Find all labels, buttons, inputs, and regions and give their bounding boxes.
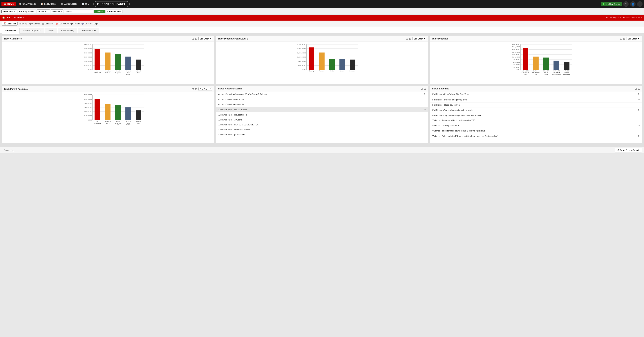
svg-text:£400,000.00: £400,000.00 (298, 65, 306, 66)
search-input[interactable] (64, 10, 93, 13)
svg-rect-30[interactable] (136, 60, 141, 70)
list-item[interactable]: Full Picture - Russ' day search (430, 103, 642, 107)
list-item-refresh-icon[interactable]: ↻ (638, 98, 640, 101)
svg-rect-133[interactable] (136, 110, 141, 120)
widget-expand-icon-2[interactable]: ⊞ (409, 37, 412, 40)
widget-expand-icon[interactable]: ⊞ (195, 37, 197, 40)
list-item[interactable]: Full Picture - Top performing branch by … (430, 107, 642, 113)
tab-dashboard[interactable]: Dashboard (2, 28, 20, 34)
svg-rect-122[interactable] (105, 104, 110, 120)
tab-sales_comparison[interactable]: Sales Comparison (20, 28, 44, 34)
svg-rect-19[interactable] (105, 53, 110, 70)
live-help-label: Live Help Online (605, 3, 620, 5)
list-item-refresh-icon[interactable]: ↻ (424, 93, 426, 96)
enquiry-label: Enquiry: (20, 23, 28, 25)
list-item-refresh-icon[interactable]: ↻ (638, 124, 640, 127)
logout-button[interactable]: → (637, 1, 642, 7)
nav-more[interactable]: 📄 M... (79, 2, 91, 7)
svg-rect-53[interactable] (329, 59, 335, 70)
svg-rect-129[interactable] (126, 107, 131, 120)
list-item[interactable]: Account Search - LONDON CUSTOMER LIST (216, 122, 428, 127)
user-button[interactable]: 👤 (630, 1, 636, 7)
widget-top5customers-title: Top 5 Customers (4, 38, 22, 40)
list-item-refresh-icon[interactable]: ↻ (638, 109, 640, 112)
reset-pods-button[interactable]: ↺ Reset Pods to Default (615, 148, 642, 152)
bar-graph-select-3[interactable]: Bar Graph ▾ (626, 37, 640, 40)
svg-rect-22[interactable] (115, 54, 121, 70)
svg-rect-119[interactable] (94, 99, 100, 120)
list-item[interactable]: Account Search - Housebuilders (216, 112, 428, 117)
filter-full-picture[interactable]: Full Picture (56, 23, 69, 25)
widget-minimize-icon-2[interactable]: ⊟ (406, 37, 408, 40)
list-item[interactable]: Account Search - House Builder↻ (216, 107, 428, 112)
bar-graph-select-4[interactable]: Bar Graph ▾ (198, 87, 212, 91)
list-item[interactable]: Account Search - pr postcode (216, 132, 428, 137)
widget-minimize-icon[interactable]: ⊟ (192, 37, 194, 40)
nav-accounts[interactable]: 🏛 ACCOUNTS (59, 2, 79, 7)
list-item-refresh-icon[interactable]: ↻ (424, 108, 426, 111)
list-item[interactable]: Variance - sales for mike edwards last 3… (430, 128, 642, 133)
svg-rect-87[interactable] (533, 57, 538, 70)
svg-rect-95[interactable] (554, 61, 559, 70)
recently-viewed-button[interactable]: Recently Viewed (18, 10, 36, 13)
list-item[interactable]: Account Search - Jewsons (216, 117, 428, 122)
nav-campaigns[interactable]: 📢 CAMPAIGNS (16, 2, 38, 7)
widget-expand-icon-3[interactable]: ⊞ (623, 37, 626, 40)
nav-enquiries[interactable]: 📋 ENQUIRIES (38, 2, 58, 7)
svg-rect-83[interactable] (523, 48, 528, 70)
list-item[interactable]: Full Picture - Kevin's Start The Day Vie… (430, 92, 642, 97)
list-item-refresh-icon[interactable]: ↻ (638, 93, 640, 96)
widget-controls-3: ⊟ ⊞ Bar Graph ▾ (620, 37, 640, 40)
search-go-button[interactable]: Search (94, 10, 105, 13)
tab-sales_activity[interactable]: Sales Activity (58, 28, 77, 34)
filter-trends[interactable]: Trends (70, 23, 80, 25)
quick-search-button[interactable]: Quick Search (2, 10, 17, 13)
list-item[interactable]: Variance - Accounts falling in building … (430, 118, 642, 123)
svg-rect-51[interactable] (319, 53, 324, 70)
list-item[interactable]: Account Search - Customers With 90 Day A… (216, 92, 428, 97)
search-all-dropdown[interactable]: Search all ▾ (37, 9, 50, 13)
help-button[interactable]: ? (623, 1, 628, 7)
list-item[interactable]: Variance - Sales for Mike Edwards last 3… (430, 133, 642, 139)
list-item[interactable]: Full Picture - Top performing product sa… (430, 113, 642, 118)
widget-minimize-icon-3[interactable]: ⊟ (620, 37, 622, 40)
customer-view-button[interactable]: Customer View (106, 10, 122, 13)
bar-graph-select-2[interactable]: Bar Graph ▾ (412, 37, 426, 40)
svg-rect-55[interactable] (340, 59, 345, 70)
date-filter-button[interactable]: 📅 Date Filter (2, 22, 18, 26)
nav-home[interactable]: 🏠 HOME (2, 2, 16, 7)
filter-variance-plus[interactable]: Variance+ (42, 23, 54, 25)
widget-saved-account-search: Saved Account Search ⊟ ⊞ Account Search … (216, 86, 428, 143)
filter-sales-vs-gaps[interactable]: Sales Vs. Gaps (82, 23, 98, 25)
svg-text:£140,000.00: £140,000.00 (512, 51, 520, 53)
svg-rect-26[interactable] (126, 57, 131, 70)
list-item[interactable]: Account Search - Monday Call Lists (216, 127, 428, 132)
list-item-refresh-icon[interactable]: ↻ (638, 135, 640, 137)
list-item[interactable]: Account Search - Emma's list (216, 97, 428, 102)
svg-rect-99[interactable] (564, 62, 570, 70)
live-help-button[interactable]: Live Help Online (601, 2, 622, 6)
tab-command_post[interactable]: Command Post (78, 28, 99, 34)
filter-variance[interactable]: Variance (29, 23, 40, 25)
svg-rect-49[interactable] (308, 47, 314, 70)
bar-graph-select[interactable]: Bar Graph ▾ (198, 37, 212, 40)
svg-rect-57[interactable] (350, 60, 356, 70)
svg-rect-125[interactable] (115, 105, 121, 120)
widget-minimize-icon-6[interactable]: ⊟ (635, 87, 637, 90)
enquiries-icon: 📋 (40, 3, 43, 5)
chart-area-top5productgroup: £2,400,000.00£2,000,000.00£1,600,000.00£… (216, 42, 428, 84)
tab-target[interactable]: Target (45, 28, 57, 34)
widget-minimize-icon-4[interactable]: ⊟ (192, 88, 194, 91)
list-item[interactable]: Full Picture - Product category by profi… (430, 97, 642, 103)
svg-rect-16[interactable] (94, 49, 100, 70)
list-item[interactable]: Variance - Roofing Sales YOY↻ (430, 123, 642, 128)
accounts-dropdown[interactable]: Accounts ▾ (51, 9, 63, 13)
control-panel-button[interactable]: ⊞ CONTROL PANEL (94, 1, 130, 7)
widget-expand-icon-5[interactable]: ⊞ (424, 87, 426, 90)
widget-minimize-icon-5[interactable]: ⊟ (420, 87, 423, 90)
chart-area-top5customers: £600,000.00£500,000.00£400,000.00£300,00… (2, 42, 214, 84)
widget-expand-icon-6[interactable]: ⊞ (638, 87, 640, 90)
list-item[interactable]: Account Search - emma's list (216, 102, 428, 107)
widget-expand-icon-4[interactable]: ⊞ (195, 88, 197, 91)
svg-rect-91[interactable] (543, 58, 549, 70)
